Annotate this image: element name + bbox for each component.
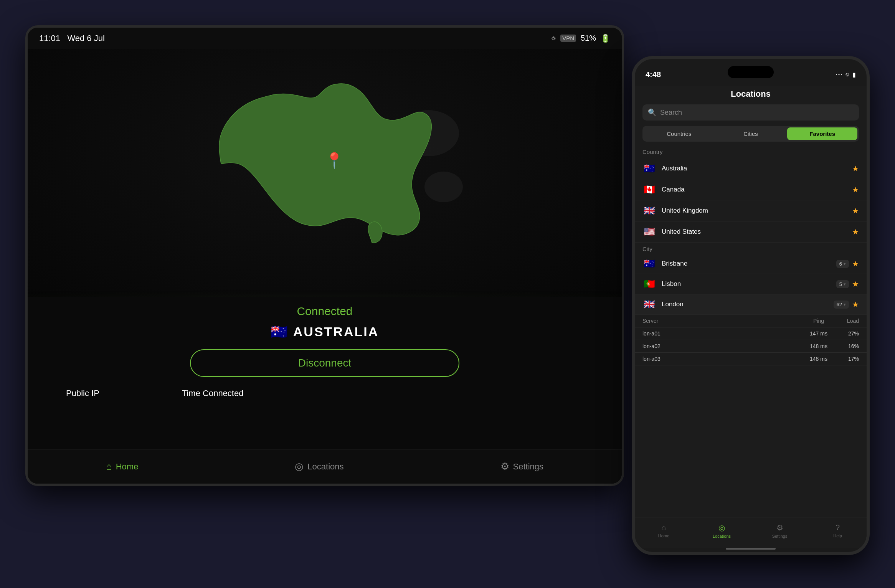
phone-nav-home[interactable]: ⌂ Home xyxy=(651,523,677,538)
tablet-status-bar: 11:01 Wed 6 Jul ⌾ VPN 51% 🔋 xyxy=(28,28,622,49)
list-item-london[interactable]: 🇬🇧 London 62 ▾ ★ xyxy=(635,294,867,315)
lisbon-badge: 5 ▾ xyxy=(836,280,849,288)
flag-canada: 🇨🇦 xyxy=(642,184,656,195)
server-name-1: lon-a01 xyxy=(642,330,801,337)
info-row: Public IP Time Connected xyxy=(51,388,243,398)
phone-nav-locations-label: Locations xyxy=(713,534,731,538)
flag-london: 🇬🇧 xyxy=(642,299,656,310)
city-section-label: City xyxy=(635,243,867,254)
lisbon-count: 5 xyxy=(839,281,842,287)
chevron-down-icon: ▾ xyxy=(844,261,846,266)
city-name-brisbane: Brisbane xyxy=(662,260,836,268)
list-item-brisbane[interactable]: 🇦🇺 Brisbane 6 ▾ ★ xyxy=(635,254,867,274)
tabs-row: Countries Cities Favorites xyxy=(642,126,859,142)
country-name-australia: Australia xyxy=(662,165,852,172)
svg-point-1 xyxy=(424,172,463,202)
flag-brisbane: 🇦🇺 xyxy=(642,258,656,269)
server-col-header: Server xyxy=(642,318,801,324)
country-section-label: Country xyxy=(635,147,867,158)
country-name-large: AUSTRALIA xyxy=(293,324,379,339)
location-icon: ◎ xyxy=(295,461,304,472)
phone-nav-locations[interactable]: ◎ Locations xyxy=(708,523,735,538)
nav-home-label: Home xyxy=(116,462,139,472)
star-lisbon[interactable]: ★ xyxy=(852,279,859,289)
phone-help-icon: ? xyxy=(836,523,840,532)
tablet-device: 11:01 Wed 6 Jul ⌾ VPN 51% 🔋 xyxy=(25,25,624,486)
server-table-header: Server Ping Load xyxy=(635,315,867,327)
star-brisbane[interactable]: ★ xyxy=(852,259,859,268)
bottom-panel: Connected 🇦🇺 AUSTRALIA Disconnect Public… xyxy=(28,297,622,449)
flag-lisbon: 🇵🇹 xyxy=(642,279,656,289)
phone-title: Locations xyxy=(731,89,771,99)
map-area: 📍 xyxy=(28,49,622,309)
phone-nav-home-label: Home xyxy=(658,533,669,538)
country-name-canada: Canada xyxy=(662,186,852,193)
star-uk[interactable]: ★ xyxy=(852,206,859,215)
phone-status-right: ···· ⌾ ▮ xyxy=(836,71,856,78)
server-ping-3: 148 ms xyxy=(801,356,836,362)
list-item-uk[interactable]: 🇬🇧 United Kingdom ★ xyxy=(635,200,867,221)
star-canada[interactable]: ★ xyxy=(852,185,859,194)
tablet-content: 📍 Connected 🇦🇺 AUSTRALIA Disconnect Publ… xyxy=(28,49,622,449)
load-col-header: Load xyxy=(836,318,859,324)
server-load-3: 17% xyxy=(836,356,859,362)
server-row-1[interactable]: lon-a01 147 ms 27% xyxy=(635,327,867,340)
phone-device: 4:48 ···· ⌾ ▮ Locations 🔍 Search Countri… xyxy=(632,56,870,555)
tablet-nav: ⌂ Home ◎ Locations ⚙ Settings xyxy=(28,449,622,484)
battery-icon-phone: ▮ xyxy=(852,71,856,78)
phone-nav-help[interactable]: ? Help xyxy=(824,523,851,538)
vpn-badge: VPN xyxy=(560,35,576,42)
home-icon: ⌂ xyxy=(106,461,112,472)
phone-nav-settings[interactable]: ⚙ Settings xyxy=(766,523,793,538)
list-item-us[interactable]: 🇺🇸 United States ★ xyxy=(635,221,867,243)
flag-uk: 🇬🇧 xyxy=(642,205,656,216)
chevron-down-icon: ▾ xyxy=(844,282,846,287)
signal-dots: ···· xyxy=(836,71,842,78)
brisbane-badge: 6 ▾ xyxy=(836,260,849,268)
phone-locations-icon: ◎ xyxy=(718,523,725,532)
phone-header: Locations xyxy=(635,86,867,104)
server-ping-1: 147 ms xyxy=(801,330,836,337)
home-indicator xyxy=(726,548,776,550)
battery-percent: 51% xyxy=(581,34,596,43)
brisbane-count: 6 xyxy=(839,261,842,267)
phone-home-icon: ⌂ xyxy=(661,523,666,532)
tab-countries[interactable]: Countries xyxy=(644,127,714,140)
phone-nav-help-label: Help xyxy=(833,533,842,538)
country-name-uk: United Kingdom xyxy=(662,207,852,215)
flag-us: 🇺🇸 xyxy=(642,226,656,237)
search-placeholder: Search xyxy=(660,109,682,117)
scene: 11:01 Wed 6 Jul ⌾ VPN 51% 🔋 xyxy=(25,25,870,563)
list-item-canada[interactable]: 🇨🇦 Canada ★ xyxy=(635,179,867,200)
star-australia[interactable]: ★ xyxy=(852,164,859,173)
tab-cities[interactable]: Cities xyxy=(716,127,786,140)
country-list: 🇦🇺 Australia ★ 🇨🇦 Canada ★ 🇬🇧 United Kin… xyxy=(635,158,867,517)
london-badge: 62 ▾ xyxy=(834,301,849,309)
star-us[interactable]: ★ xyxy=(852,227,859,236)
server-row-3[interactable]: lon-a03 148 ms 17% xyxy=(635,353,867,365)
phone-time: 4:48 xyxy=(646,70,661,79)
ping-col-header: Ping xyxy=(801,318,836,324)
map-pin: 📍 xyxy=(325,151,344,170)
nav-locations[interactable]: ◎ Locations xyxy=(295,461,343,472)
tab-favorites[interactable]: Favorites xyxy=(787,127,857,140)
city-name-lisbon: Lisbon xyxy=(662,280,836,288)
list-item-lisbon[interactable]: 🇵🇹 Lisbon 5 ▾ ★ xyxy=(635,274,867,294)
australia-map: 📍 xyxy=(175,56,474,256)
star-london[interactable]: ★ xyxy=(852,300,859,309)
disconnect-button[interactable]: Disconnect xyxy=(190,349,460,377)
wifi-icon: ⌾ xyxy=(552,34,556,42)
nav-settings[interactable]: ⚙ Settings xyxy=(500,461,544,472)
nav-home[interactable]: ⌂ Home xyxy=(106,461,138,472)
flag-australia: 🇦🇺 xyxy=(642,163,656,174)
settings-icon: ⚙ xyxy=(500,461,509,472)
country-display: 🇦🇺 AUSTRALIA xyxy=(271,324,379,340)
search-bar[interactable]: 🔍 Search xyxy=(642,104,859,121)
connection-status: Connected xyxy=(297,305,352,318)
tablet-status-right: ⌾ VPN 51% 🔋 xyxy=(552,34,610,43)
server-name-2: lon-a02 xyxy=(642,343,801,349)
country-name-us: United States xyxy=(662,228,852,236)
server-load-1: 27% xyxy=(836,330,859,337)
server-row-2[interactable]: lon-a02 148 ms 16% xyxy=(635,340,867,353)
list-item-australia[interactable]: 🇦🇺 Australia ★ xyxy=(635,158,867,179)
